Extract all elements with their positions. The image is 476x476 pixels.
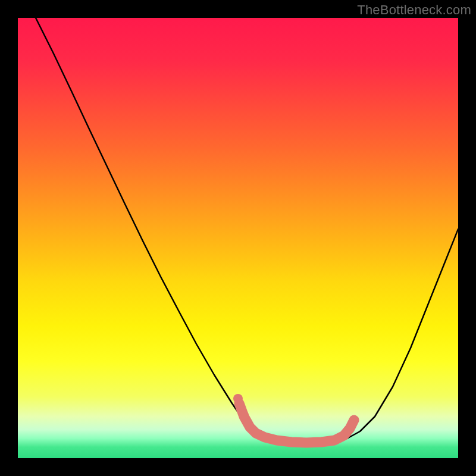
watermark-text: TheBottleneck.com <box>357 2 471 18</box>
bottleneck-chart <box>18 18 458 458</box>
svg-point-0 <box>233 394 243 403</box>
svg-point-1 <box>239 411 249 420</box>
gradient-background <box>18 18 458 458</box>
chart-frame <box>18 18 458 458</box>
